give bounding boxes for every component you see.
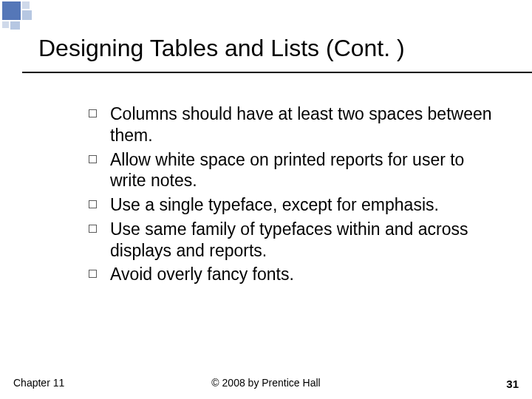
list-item: Allow white space on printed reports for…	[89, 149, 502, 192]
bullet-text: Avoid overly fancy fonts.	[110, 264, 502, 285]
bullet-text: Use a single typeface, except for emphas…	[110, 194, 502, 216]
list-item: Use a single typeface, except for emphas…	[89, 194, 502, 216]
checkbox-icon	[89, 155, 97, 163]
list-item: Columns should have at least two spaces …	[89, 103, 502, 146]
checkbox-icon	[89, 200, 97, 208]
slide-title: Designing Tables and Lists (Cont. )	[38, 35, 510, 61]
bullet-text: Use same family of typefaces within and …	[110, 219, 502, 262]
corner-decoration	[2, 1, 47, 30]
list-item: Use same family of typefaces within and …	[89, 219, 502, 262]
page-number: 31	[506, 378, 519, 390]
checkbox-icon	[89, 270, 97, 278]
list-item: Avoid overly fancy fonts.	[89, 264, 502, 285]
footer-copyright: © 2008 by Prentice Hall	[0, 377, 532, 389]
title-rule	[22, 72, 532, 73]
checkbox-icon	[89, 109, 97, 117]
bullet-list: Columns should have at least two spaces …	[89, 103, 502, 285]
slide-body: Columns should have at least two spaces …	[89, 103, 502, 288]
checkbox-icon	[89, 225, 97, 233]
slide: Designing Tables and Lists (Cont. ) Colu…	[0, 0, 532, 399]
bullet-text: Allow white space on printed reports for…	[110, 149, 502, 192]
bullet-text: Columns should have at least two spaces …	[110, 103, 502, 146]
